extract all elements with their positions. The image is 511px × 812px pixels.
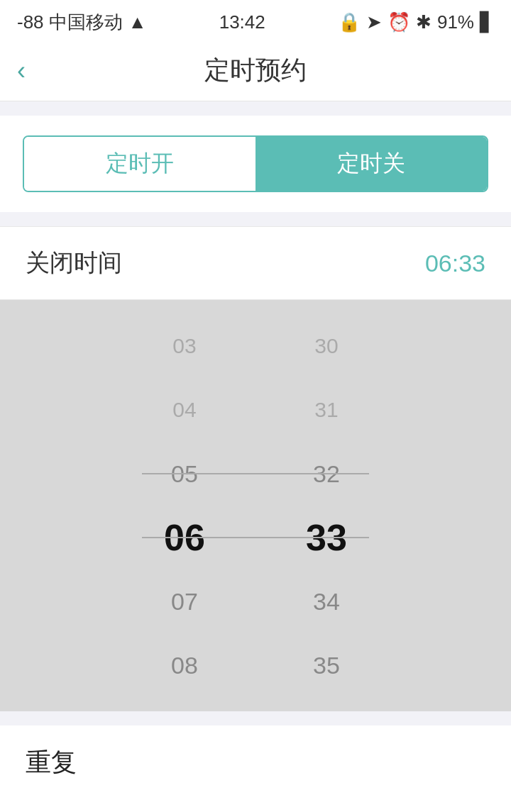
time-value: 06:33 bbox=[425, 250, 485, 277]
picker-wrapper: 030405060708 303132333435 bbox=[0, 300, 511, 711]
repeat-section: 重复 周一周二周三周四周五周六周日仅一次 bbox=[0, 725, 511, 812]
hour-item[interactable]: 07 bbox=[114, 569, 256, 633]
status-bar: -88 中国移动 ▲ 13:42 🔒 ➤ ⏰ ✱ 91% ▋ bbox=[0, 0, 511, 42]
toggle-off-button[interactable]: 定时关 bbox=[256, 137, 487, 191]
alarm-icon: ⏰ bbox=[388, 11, 410, 33]
status-left: -88 中国移动 ▲ bbox=[17, 10, 147, 35]
battery-icon: ▋ bbox=[480, 11, 494, 33]
minute-item[interactable]: 31 bbox=[256, 378, 397, 442]
back-button[interactable]: ‹ bbox=[17, 58, 26, 84]
status-time: 13:42 bbox=[219, 11, 265, 33]
status-right: 🔒 ➤ ⏰ ✱ 91% ▋ bbox=[338, 11, 494, 33]
minute-picker[interactable]: 303132333435 bbox=[256, 314, 397, 697]
hour-item[interactable]: 03 bbox=[114, 314, 256, 378]
minute-item[interactable]: 33 bbox=[256, 506, 397, 569]
hour-item[interactable]: 08 bbox=[114, 633, 256, 697]
minute-item[interactable]: 32 bbox=[256, 442, 397, 506]
hour-item[interactable]: 05 bbox=[114, 442, 256, 506]
signal-text: -88 中国移动 bbox=[17, 10, 123, 35]
picker-section[interactable]: 030405060708 303132333435 bbox=[0, 300, 511, 711]
lock-icon: 🔒 bbox=[338, 11, 361, 33]
repeat-day-item[interactable]: 周二 bbox=[256, 794, 485, 812]
repeat-title: 重复 bbox=[26, 745, 485, 780]
minute-item[interactable]: 30 bbox=[256, 314, 397, 378]
minute-item[interactable]: 35 bbox=[256, 633, 397, 697]
toggle-section: 定时开 定时关 bbox=[0, 116, 511, 212]
bluetooth-icon: ✱ bbox=[416, 11, 432, 33]
location-icon: ➤ bbox=[366, 11, 382, 33]
repeat-day-item[interactable]: 周一 bbox=[26, 794, 256, 812]
battery-text: 91% bbox=[437, 11, 474, 33]
repeat-grid: 周一周二周三周四周五周六周日仅一次 bbox=[26, 794, 485, 812]
hour-item[interactable]: 06 bbox=[114, 506, 256, 569]
page-title: 定时预约 bbox=[204, 53, 307, 88]
minute-item[interactable]: 34 bbox=[256, 569, 397, 633]
hour-picker[interactable]: 030405060708 bbox=[114, 314, 256, 697]
hour-item[interactable]: 04 bbox=[114, 378, 256, 442]
toggle-container: 定时开 定时关 bbox=[23, 135, 488, 192]
nav-bar: ‹ 定时预约 bbox=[0, 42, 511, 101]
wifi-icon: ▲ bbox=[128, 11, 147, 33]
toggle-on-button[interactable]: 定时开 bbox=[24, 137, 256, 191]
time-label: 关闭时间 bbox=[26, 247, 122, 279]
time-row: 关闭时间 06:33 bbox=[0, 226, 511, 300]
